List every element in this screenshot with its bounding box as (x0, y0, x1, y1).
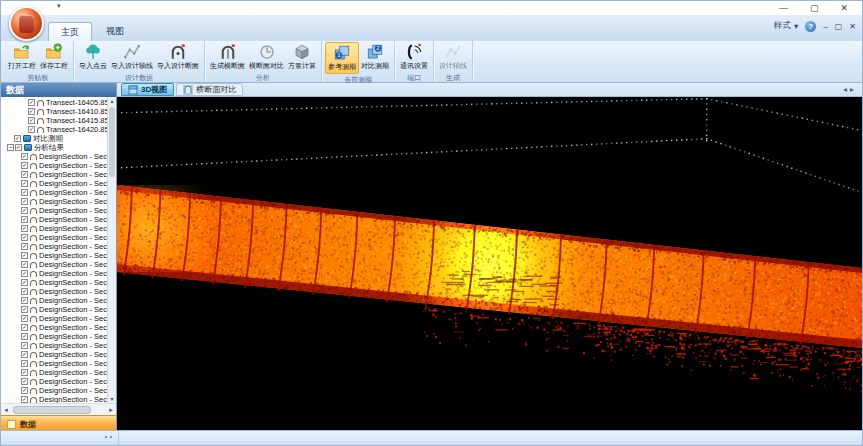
tree-checkbox[interactable]: ✓ (21, 360, 28, 367)
tree-row[interactable]: −✓分析结果 (1, 143, 107, 152)
tree-checkbox[interactable]: ✓ (21, 189, 28, 196)
panel-grip-icon[interactable] (105, 436, 112, 438)
tree-checkbox[interactable]: ✓ (21, 288, 28, 295)
tree-checkbox[interactable]: ✓ (21, 243, 28, 250)
tree-row[interactable]: ✓DesignSection - Sect (1, 287, 107, 296)
tree-checkbox[interactable]: ✓ (21, 351, 28, 358)
tree-row[interactable]: ✓DesignSection - Sect (1, 323, 107, 332)
tree-checkbox[interactable]: ✓ (21, 378, 28, 385)
application-menu-button[interactable] (9, 6, 44, 41)
scrollbar-thumb[interactable] (13, 406, 91, 414)
scroll-left-icon[interactable]: ◂ (1, 406, 11, 414)
window-restore-button[interactable]: ▢ (835, 22, 843, 31)
tree-checkbox[interactable]: ✓ (21, 396, 28, 403)
tree-row[interactable]: ✓DesignSection - Sect (1, 359, 107, 368)
tree-row[interactable]: ✓DesignSection - Sect (1, 260, 107, 269)
tree-row[interactable]: ✓DesignSection - Sect (1, 386, 107, 395)
tree-checkbox[interactable]: ✓ (21, 270, 28, 277)
tree-row[interactable]: ✓Transect-16420.85 (1, 125, 107, 134)
tree-checkbox[interactable]: ✓ (21, 180, 28, 187)
tree-checkbox[interactable]: ✓ (21, 207, 28, 214)
tree-row[interactable]: ✓DesignSection - Sect (1, 296, 107, 305)
tree-row[interactable]: ✓DesignSection - Sect (1, 152, 107, 161)
style-dropdown-button[interactable]: 样式 ▾ (774, 20, 798, 32)
tree-checkbox[interactable]: ✓ (15, 144, 22, 151)
tree-checkbox[interactable]: ✓ (21, 225, 28, 232)
outer-close-button[interactable]: ✕ (840, 1, 848, 15)
tree-row[interactable]: ✓Transect-16410.85 (1, 107, 107, 116)
tree-row[interactable]: ✓Transect-16415.85 (1, 116, 107, 125)
tree-checkbox[interactable]: ✓ (21, 162, 28, 169)
tree-checkbox[interactable]: ✓ (28, 117, 35, 124)
ribbon-tab-active[interactable]: 主页 (48, 22, 92, 41)
tree-horizontal-scrollbar[interactable]: ◂ ▸ (1, 403, 116, 415)
outer-minimize-button[interactable]: — (779, 1, 788, 15)
tree-row[interactable]: ✓Transect-16405.85 (1, 98, 107, 107)
tree-vertical-scrollbar[interactable]: ▴ ▾ (107, 97, 116, 403)
tree-checkbox[interactable]: ✓ (28, 99, 35, 106)
scroll-up-icon[interactable]: ▴ (110, 97, 113, 105)
scroll-down-icon[interactable]: ▾ (110, 395, 113, 403)
tree-checkbox[interactable]: ✓ (21, 324, 28, 331)
tree-checkbox[interactable]: ✓ (28, 108, 35, 115)
compare-epoch-button[interactable]: 2对比测期 (359, 42, 391, 72)
tree-row[interactable]: ✓DesignSection - Sect (1, 188, 107, 197)
import-design-section-button[interactable]: 导入设计断面 (155, 42, 201, 72)
tree-row[interactable]: ✓DesignSection - Sect (1, 233, 107, 242)
tree-checkbox[interactable]: ✓ (21, 333, 28, 340)
reference-epoch-button[interactable]: 1参考测期 (325, 42, 359, 74)
doc-tab-view-3d[interactable]: 3D视图 (121, 83, 174, 96)
tree-checkbox[interactable]: ✓ (28, 126, 35, 133)
outer-maximize-button[interactable]: ▢ (810, 1, 819, 15)
design-axis-button[interactable]: 设计轴线 (437, 42, 469, 72)
tree-row[interactable]: ✓DesignSection - Sect (1, 242, 107, 251)
scroll-right-icon[interactable]: ▸ (106, 406, 116, 414)
tree-checkbox[interactable]: ✓ (21, 216, 28, 223)
scrollbar-thumb[interactable] (109, 107, 115, 177)
window-close-button[interactable]: ✕ (849, 22, 856, 31)
tree-row[interactable]: ✓DesignSection - Sect (1, 161, 107, 170)
tree-row[interactable]: ✓DesignSection - Sect (1, 197, 107, 206)
cross-section-compare-button[interactable]: 横断面对比 (247, 42, 286, 72)
tree-collapse-icon[interactable]: − (7, 144, 14, 151)
tree-row[interactable]: ✓DesignSection - Sect (1, 224, 107, 233)
import-point-cloud-button[interactable]: 导入点云 (77, 42, 109, 72)
tree-checkbox[interactable]: ✓ (21, 279, 28, 286)
scrollbar-track[interactable] (108, 105, 116, 395)
tree-row[interactable]: ✓DesignSection - Sect (1, 179, 107, 188)
tree-row[interactable]: ✓DesignSection - Sect (1, 305, 107, 314)
tree-checkbox[interactable]: ✓ (21, 261, 28, 268)
tree-row[interactable]: ✓DesignSection - Sect (1, 269, 107, 278)
tree-row[interactable]: ✓对比测期 (1, 134, 107, 143)
tab-scroll-left-icon[interactable]: ◂ (843, 85, 850, 94)
open-project-button[interactable]: 打开工程 (6, 42, 38, 72)
tree-checkbox[interactable]: ✓ (21, 297, 28, 304)
save-project-button[interactable]: 保存工程 (38, 42, 70, 72)
tree-row[interactable]: ✓DesignSection - Sect (1, 332, 107, 341)
tree-row[interactable]: ✓DesignSection - Sect (1, 170, 107, 179)
tree-row[interactable]: ✓DesignSection - Sect (1, 314, 107, 323)
tree-checkbox[interactable]: ✓ (21, 171, 28, 178)
tree-row[interactable]: ✓DesignSection - Sect (1, 377, 107, 386)
point-cloud-canvas[interactable] (117, 97, 862, 432)
tree-checkbox[interactable]: ✓ (21, 198, 28, 205)
tree-checkbox[interactable]: ✓ (21, 234, 28, 241)
window-minimize-button[interactable]: – (823, 22, 827, 31)
tree-row[interactable]: ✓DesignSection - Sect (1, 341, 107, 350)
tree-checkbox[interactable]: ✓ (21, 153, 28, 160)
tree-row[interactable]: ✓DesignSection - Sect (1, 251, 107, 260)
comm-settings-button[interactable]: 通讯设置 (398, 42, 430, 72)
tree-checkbox[interactable]: ✓ (21, 342, 28, 349)
tree-checkbox[interactable]: ✓ (14, 135, 21, 142)
tab-scroll-right-icon[interactable]: ▸ (850, 85, 857, 94)
import-design-axis-button[interactable]: 导入设计轴线 (109, 42, 155, 72)
tree-row[interactable]: ✓DesignSection - Sect (1, 368, 107, 377)
generate-cross-section-button[interactable]: 生成横断面 (208, 42, 247, 72)
help-icon[interactable]: ? (805, 21, 816, 32)
tree-checkbox[interactable]: ✓ (21, 306, 28, 313)
tree-row[interactable]: ✓DesignSection - Sect (1, 278, 107, 287)
tree-checkbox[interactable]: ✓ (21, 387, 28, 394)
tree-row[interactable]: ✓DesignSection - Sect (1, 395, 107, 403)
tree-checkbox[interactable]: ✓ (21, 252, 28, 259)
tree-row[interactable]: ✓DesignSection - Sect (1, 206, 107, 215)
